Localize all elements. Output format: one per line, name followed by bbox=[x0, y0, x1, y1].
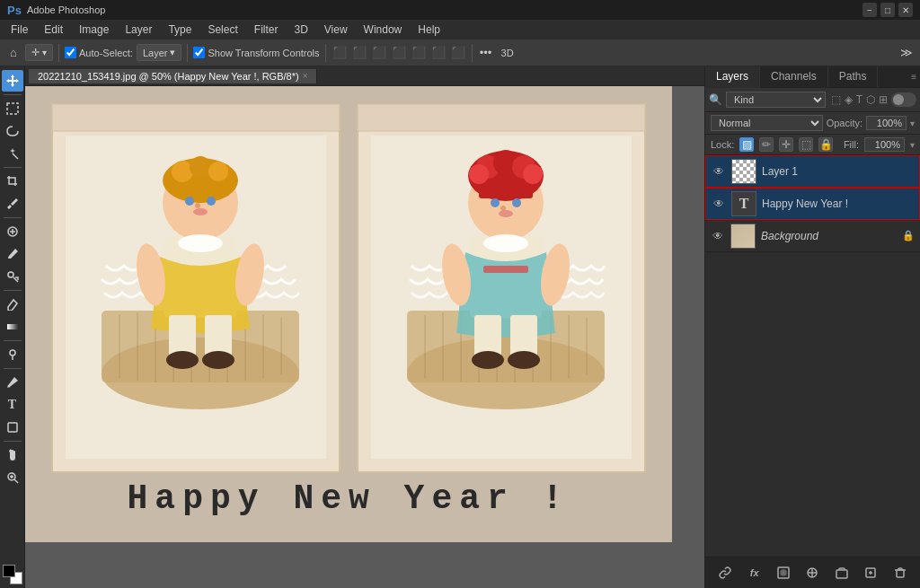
filter-smart-icon[interactable]: ⊞ bbox=[879, 93, 888, 106]
close-button[interactable]: ✕ bbox=[898, 3, 913, 17]
svg-point-39 bbox=[208, 162, 228, 181]
layer-row-layer1[interactable]: 👁 Layer 1 bbox=[705, 155, 920, 188]
app-icon: Ps bbox=[7, 4, 22, 17]
filter-adjust-icon[interactable]: ◈ bbox=[845, 93, 853, 106]
background-visibility-icon[interactable]: 👁 bbox=[711, 229, 725, 243]
menu-window[interactable]: Window bbox=[357, 22, 410, 38]
heal-tool[interactable] bbox=[2, 221, 23, 242]
align-left-icon[interactable]: ⬛ bbox=[332, 45, 348, 61]
eyedropper-tool[interactable] bbox=[2, 193, 23, 215]
menu-help[interactable]: Help bbox=[411, 22, 447, 38]
auto-select-checkbox[interactable] bbox=[65, 47, 76, 58]
crop-tool[interactable] bbox=[2, 171, 23, 192]
move-tool[interactable] bbox=[2, 70, 23, 92]
layer-row-textlayer[interactable]: 👁 T Happy New Year ! bbox=[705, 188, 920, 220]
move-tool-btn[interactable]: ✛ ▾ bbox=[25, 44, 53, 61]
mask-icon[interactable] bbox=[774, 563, 793, 583]
gradient-tool[interactable] bbox=[2, 316, 23, 338]
background-name: Background bbox=[761, 230, 897, 242]
distribute-icon[interactable]: ⬛ bbox=[450, 45, 466, 61]
new-layer-icon[interactable] bbox=[861, 563, 880, 583]
titlebar-controls[interactable]: − □ ✕ bbox=[862, 3, 913, 17]
align-right-icon[interactable]: ⬛ bbox=[371, 45, 387, 61]
lock-fill-row: Lock: ▨ ✏ ✛ ⬚ 🔒 Fill: ▾ bbox=[705, 135, 920, 155]
close-tab-icon[interactable]: × bbox=[303, 71, 308, 81]
filter-shape-icon[interactable]: ⬡ bbox=[866, 93, 875, 106]
menu-select[interactable]: Select bbox=[200, 22, 244, 38]
link-layers-icon[interactable] bbox=[715, 563, 735, 583]
panel-menu-btn[interactable]: ≡ bbox=[911, 66, 920, 87]
svg-point-73 bbox=[512, 198, 521, 207]
wand-tool[interactable] bbox=[2, 143, 23, 164]
document-tab[interactable]: 20221210_153419.jpg @ 50% (Happy New Yea… bbox=[29, 69, 317, 83]
zoom-tool[interactable] bbox=[2, 467, 23, 488]
svg-rect-93 bbox=[897, 570, 904, 577]
menu-3d[interactable]: 3D bbox=[287, 22, 314, 38]
align-center-h-icon[interactable]: ⬛ bbox=[351, 45, 367, 61]
fill-input[interactable] bbox=[864, 137, 905, 152]
transform-checkbox[interactable] bbox=[193, 47, 205, 58]
menu-image[interactable]: Image bbox=[72, 22, 116, 38]
background-thumbnail bbox=[730, 224, 756, 249]
layer-select[interactable]: Layer ▾ bbox=[137, 44, 182, 61]
opacity-input[interactable] bbox=[866, 116, 907, 130]
layer-row-background[interactable]: 👁 Background 🔒 bbox=[705, 220, 920, 252]
svg-point-37 bbox=[172, 161, 193, 182]
lasso-tool[interactable] bbox=[2, 120, 23, 142]
tab-paths[interactable]: Paths bbox=[828, 66, 879, 87]
tab-channels[interactable]: Channels bbox=[760, 66, 828, 87]
foreground-bg-colors[interactable] bbox=[3, 565, 22, 584]
menu-type[interactable]: Type bbox=[161, 22, 199, 38]
menu-layer[interactable]: Layer bbox=[118, 22, 159, 38]
right-panel: Layers Channels Paths ≡ 🔍 Kind Name Effe… bbox=[704, 66, 920, 588]
brush-tool[interactable] bbox=[2, 243, 23, 265]
shape-tool[interactable] bbox=[2, 417, 23, 438]
tab-layers[interactable]: Layers bbox=[705, 66, 760, 88]
separator4 bbox=[472, 44, 473, 62]
group-icon[interactable] bbox=[832, 563, 852, 583]
svg-rect-18 bbox=[52, 104, 340, 131]
filter-pixel-icon[interactable]: ⬚ bbox=[831, 93, 841, 106]
move-icon: ✛ bbox=[31, 47, 40, 58]
layers-search-row: 🔍 Kind Name Effect Mode Attribute Color … bbox=[705, 88, 920, 112]
eraser-tool[interactable] bbox=[2, 294, 23, 315]
textlayer-visibility-icon[interactable]: 👁 bbox=[712, 197, 726, 211]
home-icon[interactable]: ⌂ bbox=[5, 45, 22, 61]
app-title: Adobe Photoshop bbox=[27, 4, 105, 15]
clone-tool[interactable] bbox=[2, 266, 23, 287]
pen-tool[interactable] bbox=[2, 372, 23, 393]
filter-text-icon[interactable]: T bbox=[856, 93, 862, 106]
hand-tool[interactable] bbox=[2, 444, 23, 466]
align-top-icon[interactable]: ⬛ bbox=[391, 45, 407, 61]
adjustment-icon[interactable] bbox=[802, 563, 822, 583]
text-tool[interactable]: T bbox=[2, 394, 23, 416]
align-middle-icon[interactable]: ⬛ bbox=[411, 45, 427, 61]
filter-kind-select[interactable]: Kind Name Effect Mode Attribute Color bbox=[726, 92, 826, 108]
lock-artboard-icon[interactable]: ⬚ bbox=[799, 137, 813, 152]
menu-edit[interactable]: Edit bbox=[37, 22, 70, 38]
maximize-button[interactable]: □ bbox=[880, 3, 895, 17]
lock-position-icon[interactable]: ✛ bbox=[779, 137, 793, 152]
menu-filter[interactable]: Filter bbox=[247, 22, 286, 38]
delete-layer-icon[interactable] bbox=[890, 563, 910, 583]
lock-transparent-icon[interactable]: ▨ bbox=[739, 137, 754, 152]
opacity-arrow[interactable]: ▾ bbox=[910, 118, 915, 128]
marquee-tool[interactable] bbox=[2, 98, 23, 119]
panel-toggle-icon[interactable]: ≫ bbox=[898, 45, 915, 61]
menu-view[interactable]: View bbox=[317, 22, 355, 38]
menu-file[interactable]: File bbox=[4, 22, 35, 38]
filter-toggle[interactable] bbox=[891, 92, 916, 107]
fill-label: Fill: bbox=[844, 139, 859, 150]
layer1-visibility-icon[interactable]: 👁 bbox=[712, 164, 726, 179]
fx-icon[interactable]: fx bbox=[745, 563, 765, 583]
dodge-tool[interactable] bbox=[2, 344, 23, 365]
lock-all-icon[interactable]: 🔒 bbox=[818, 137, 833, 152]
blend-mode-select[interactable]: Normal Dissolve Multiply Screen Overlay bbox=[711, 115, 823, 131]
foreground-color[interactable] bbox=[3, 565, 15, 577]
lock-image-icon[interactable]: ✏ bbox=[759, 137, 774, 152]
more-options-icon[interactable]: ••• bbox=[478, 45, 494, 61]
minimize-button[interactable]: − bbox=[862, 3, 877, 17]
fill-arrow[interactable]: ▾ bbox=[910, 140, 915, 150]
svg-point-84 bbox=[508, 351, 540, 369]
align-bottom-icon[interactable]: ⬛ bbox=[430, 45, 447, 61]
